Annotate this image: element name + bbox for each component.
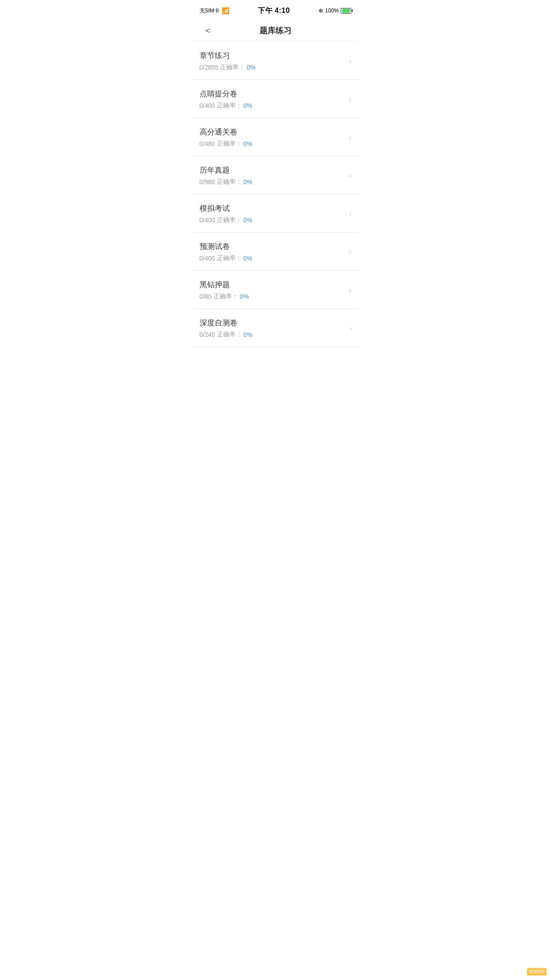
item-subtitle: 0/2855 正确率： 0% — [200, 63, 346, 71]
item-progress: 0/400 — [200, 102, 215, 109]
item-subtitle: 0/240 正确率： 0% — [200, 331, 346, 339]
item-accuracy: 0% — [247, 64, 256, 71]
item-progress: 0/480 — [200, 140, 215, 147]
item-content: 历年真题 0/960 正确率： 0% — [200, 165, 346, 186]
lock-icon: ⊕ — [319, 8, 323, 14]
item-accuracy: 0% — [244, 255, 252, 262]
item-progress: 0/2855 — [200, 64, 219, 71]
item-title: 模拟考试 — [200, 203, 346, 213]
item-subtitle: 0/400 正确率： 0% — [200, 254, 346, 262]
chevron-right-icon: › — [349, 57, 351, 65]
chevron-right-icon: › — [349, 172, 351, 180]
item-accuracy: 0% — [244, 178, 252, 186]
item-subtitle: 0/480 正确率： 0% — [200, 140, 346, 148]
item-title: 历年真题 — [200, 165, 346, 175]
item-progress: 0/240 — [200, 331, 215, 338]
item-content: 预测试卷 0/400 正确率： 0% — [200, 241, 346, 262]
nav-bar: ＜ 题库练习 — [193, 20, 359, 42]
item-label: 正确率： — [217, 140, 242, 148]
list-item[interactable]: 历年真题 0/960 正确率： 0% › — [193, 156, 359, 194]
item-subtitle: 0/80 正确率： 0% — [200, 292, 346, 300]
item-title: 黑钻押题 — [200, 280, 346, 290]
status-right: ⊕ 100% — [319, 8, 352, 14]
item-progress: 0/960 — [200, 178, 215, 186]
chevron-right-icon: › — [349, 286, 351, 294]
battery-container — [341, 8, 351, 14]
wifi-icon: 📶 — [222, 7, 229, 14]
sim-label: 无SIM卡 — [200, 7, 220, 15]
status-time: 下午 4:10 — [258, 6, 290, 16]
item-content: 章节练习 0/2855 正确率： 0% — [200, 51, 346, 71]
item-label: 正确率： — [217, 216, 242, 224]
chevron-right-icon: › — [349, 95, 351, 103]
item-accuracy: 0% — [244, 140, 252, 147]
item-label: 正确率： — [220, 63, 245, 71]
content-list: 章节练习 0/2855 正确率： 0% › 点睛提分卷 0/400 正确率： 0… — [193, 42, 359, 347]
list-item[interactable]: 黑钻押题 0/80 正确率： 0% › — [193, 271, 359, 309]
list-item[interactable]: 章节练习 0/2855 正确率： 0% › — [193, 42, 359, 80]
status-left: 无SIM卡 📶 — [200, 7, 229, 15]
item-subtitle: 0/400 正确率： 0% — [200, 216, 346, 224]
item-accuracy: 0% — [240, 293, 249, 300]
item-content: 高分通关卷 0/480 正确率： 0% — [200, 127, 346, 148]
list-item[interactable]: 深度自测卷 0/240 正确率： 0% › — [193, 309, 359, 347]
item-progress: 0/400 — [200, 255, 215, 262]
chevron-right-icon: › — [349, 134, 351, 142]
item-subtitle: 0/960 正确率： 0% — [200, 178, 346, 186]
item-accuracy: 0% — [244, 102, 252, 109]
item-content: 模拟考试 0/400 正确率： 0% — [200, 203, 346, 224]
item-label: 正确率： — [217, 331, 242, 339]
item-title: 点睛提分卷 — [200, 89, 346, 99]
item-accuracy: 0% — [244, 331, 252, 338]
item-progress: 0/400 — [200, 217, 215, 224]
chevron-right-icon: › — [349, 324, 351, 332]
status-bar: 无SIM卡 📶 下午 4:10 ⊕ 100% — [193, 0, 359, 20]
list-item[interactable]: 模拟考试 0/400 正确率： 0% › — [193, 194, 359, 233]
list-item[interactable]: 点睛提分卷 0/400 正确率： 0% › — [193, 80, 359, 118]
item-content: 点睛提分卷 0/400 正确率： 0% — [200, 89, 346, 110]
item-accuracy: 0% — [244, 217, 252, 224]
item-title: 预测试卷 — [200, 241, 346, 252]
list-item[interactable]: 预测试卷 0/400 正确率： 0% › — [193, 233, 359, 271]
item-label: 正确率： — [217, 178, 242, 186]
item-title: 高分通关卷 — [200, 127, 346, 137]
chevron-right-icon: › — [349, 248, 351, 256]
item-label: 正确率： — [217, 102, 242, 110]
item-title: 深度自测卷 — [200, 318, 346, 328]
item-title: 章节练习 — [200, 51, 346, 61]
item-content: 深度自测卷 0/240 正确率： 0% — [200, 318, 346, 339]
item-progress: 0/80 — [200, 293, 212, 300]
page-title: 题库练习 — [260, 25, 291, 36]
back-button[interactable]: ＜ — [200, 23, 216, 38]
item-content: 黑钻押题 0/80 正确率： 0% — [200, 280, 346, 300]
battery-icon — [341, 8, 351, 14]
item-label: 正确率： — [217, 254, 242, 262]
battery-fill — [342, 9, 350, 13]
list-item[interactable]: 高分通关卷 0/480 正确率： 0% › — [193, 118, 359, 156]
item-label: 正确率： — [213, 292, 238, 300]
item-subtitle: 0/400 正确率： 0% — [200, 102, 346, 110]
chevron-right-icon: › — [349, 210, 351, 218]
battery-percent: 100% — [325, 8, 339, 14]
